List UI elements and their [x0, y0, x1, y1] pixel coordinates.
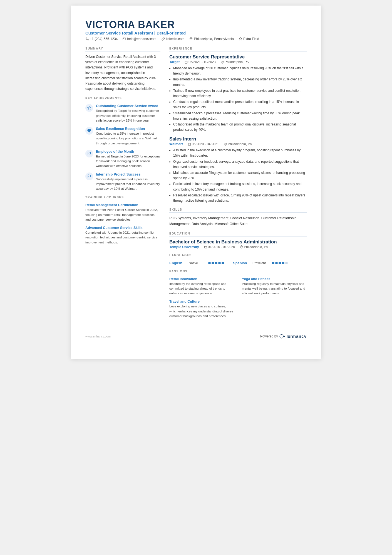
- lang-name-english: English: [169, 261, 186, 265]
- bullet: Collaborated with the marketing team on …: [173, 122, 307, 132]
- summary-section: SUMMARY Driven Customer Service Retail A…: [85, 47, 160, 92]
- email: help@enhancv.com: [123, 37, 156, 41]
- summary-divider: [85, 51, 160, 51]
- footer: www.enhancv.com Powered by Enhancv: [85, 331, 307, 339]
- achievement-desc-1: Contributed to a 25% increase in product…: [96, 131, 160, 146]
- education-label: EDUCATION: [169, 232, 307, 235]
- dot: [279, 262, 281, 264]
- achievement-desc-2: Earned at Target in June 2023 for except…: [96, 154, 160, 169]
- bullet: Implemented a new inventory tracking sys…: [173, 77, 307, 87]
- job-meta-1: Walmart 06/2020 - 04/2021 Philadelphia, …: [169, 142, 307, 146]
- passion-title-yoga: Yoga and Fitness: [242, 277, 307, 281]
- footer-brand: Powered by Enhancv: [260, 334, 307, 339]
- passion-title-travel: Travel and Culture: [169, 300, 234, 304]
- job-title-0: Customer Service Representative: [169, 54, 307, 60]
- svg-point-9: [222, 61, 223, 62]
- summary-text: Driven Customer Service Retail Assistant…: [85, 54, 160, 92]
- achievement-icon-star: [85, 104, 93, 112]
- bullet: Resolved escalated issues with grace, tu…: [173, 193, 307, 203]
- skills-text: POS Systems, Inventory Management, Confl…: [169, 215, 307, 227]
- right-column: EXPERIENCE Customer Service Representati…: [169, 47, 307, 323]
- achievements-label: KEY ACHIEVEMENTS: [85, 97, 160, 100]
- training-section: TRAINING / COURSES Retail Management Cer…: [85, 196, 160, 245]
- training-label: TRAINING / COURSES: [85, 196, 160, 199]
- passion-desc-yoga: Practicing regularly to maintain physica…: [242, 282, 307, 296]
- edu-meta-0: Temple University 01/2016 - 01/2020 Phil…: [169, 245, 307, 249]
- edu-location-0: Philadelphia, PA: [240, 245, 268, 249]
- dot: [282, 262, 284, 264]
- bullet: Assisted in the execution of a customer …: [173, 148, 307, 158]
- job-1: Sales Intern Walmart 06/2020 - 04/2021 P…: [169, 136, 307, 203]
- passions-section: PASSIONS Retail Innovation Inspired by t…: [169, 270, 307, 319]
- bullet: Managed an average of 30 customer inquir…: [173, 66, 307, 76]
- bullet: Organized customer feedback surveys, ana…: [173, 159, 307, 170]
- dot: [212, 262, 214, 264]
- training-divider: [85, 200, 160, 200]
- achievement-title-3: Internship Project Success: [96, 172, 160, 176]
- main-content: SUMMARY Driven Customer Service Retail A…: [85, 47, 307, 323]
- job-location-0: Philadelphia, PA: [221, 60, 249, 64]
- edu-date-0: 01/2016 - 01/2020: [204, 245, 235, 249]
- linkedin: linkedin.com: [162, 37, 185, 41]
- language-spanish: Spanish Proficient: [233, 261, 288, 265]
- training-title-1: Advanced Customer Service Skills: [85, 226, 160, 230]
- dot: [208, 262, 211, 264]
- lang-dots-english: [208, 262, 224, 264]
- summary-label: SUMMARY: [85, 47, 160, 50]
- left-column: SUMMARY Driven Customer Service Retail A…: [85, 47, 160, 323]
- dot: [285, 262, 288, 264]
- location: Philadelphia, Pennsylvania: [189, 37, 234, 41]
- education-divider: [169, 236, 307, 236]
- extra-field: Extra Field: [239, 37, 259, 41]
- job-company-1: Walmart: [169, 142, 183, 146]
- passion-yoga: Yoga and Fitness Practicing regularly to…: [242, 277, 307, 296]
- lang-level-english: Native: [189, 261, 205, 265]
- skills-divider: [169, 212, 307, 213]
- skills-label: SKILLS: [169, 208, 307, 211]
- languages-row: English Native Spanish Proficient: [169, 261, 307, 265]
- svg-rect-5: [185, 61, 187, 63]
- svg-point-19: [241, 246, 242, 247]
- training-desc-0: Received from Penn Foster Career School …: [85, 208, 160, 222]
- training-title-0: Retail Management Certification: [85, 203, 160, 207]
- dot: [272, 262, 274, 264]
- header: VICTORIA BAKER Customer Service Retail A…: [85, 19, 307, 41]
- experience-divider: [169, 51, 307, 51]
- bullet: Streamlined checkout processes, reducing…: [173, 111, 307, 121]
- passions-divider: [169, 274, 307, 274]
- lang-dots-spanish: [272, 262, 288, 264]
- footer-website: www.enhancv.com: [85, 335, 111, 338]
- experience-section: EXPERIENCE Customer Service Representati…: [169, 47, 307, 203]
- training-item-1: Advanced Customer Service Skills Complet…: [85, 226, 160, 245]
- svg-rect-15: [204, 246, 207, 248]
- lang-name-spanish: Spanish: [233, 261, 250, 265]
- training-item-0: Retail Management Certification Received…: [85, 203, 160, 222]
- job-meta-0: Target 05/2021 - 10/2023 Philadelphia, P…: [169, 60, 307, 64]
- languages-section: LANGUAGES English Native: [169, 253, 307, 265]
- job-0: Customer Service Representative Target 0…: [169, 54, 307, 132]
- skills-section: SKILLS POS Systems, Inventory Management…: [169, 208, 307, 227]
- passion-desc-retail: Inspired by the evolving retail space an…: [169, 282, 234, 296]
- achievement-item-1: Sales Excellence Recognition Contributed…: [85, 127, 160, 146]
- edu-school-0: Temple University: [169, 245, 199, 249]
- achievement-desc-0: Recognized by Target for resolving custo…: [96, 108, 160, 123]
- training-desc-1: Completed with Udemy in 2021, detailing …: [85, 230, 160, 245]
- education-section: EDUCATION Bachelor of Science in Busines…: [169, 232, 307, 249]
- enhancv-logo-icon: [279, 334, 286, 339]
- svg-point-0: [191, 38, 192, 39]
- achievements-section: KEY ACHIEVEMENTS Outstanding Customer Se…: [85, 97, 160, 191]
- achievement-item-0: Outstanding Customer Service Award Recog…: [85, 104, 160, 123]
- header-divider: [85, 44, 307, 44]
- achievement-icon-flag-2: [85, 172, 93, 180]
- job-location-1: Philadelphia, PA: [224, 142, 252, 146]
- job-title-1: Sales Intern: [169, 136, 307, 142]
- dot: [222, 262, 224, 264]
- passions-label: PASSIONS: [169, 270, 307, 273]
- dot: [218, 262, 221, 264]
- achievement-item-2: Employee of the Month Earned at Target i…: [85, 150, 160, 169]
- job-bullets-1: Assisted in the execution of a customer …: [173, 148, 307, 203]
- job-date-0: 05/2021 - 10/2023: [185, 60, 215, 64]
- job-bullets-0: Managed an average of 30 customer inquir…: [173, 66, 307, 132]
- candidate-name: VICTORIA BAKER: [85, 19, 307, 31]
- dot: [275, 262, 278, 264]
